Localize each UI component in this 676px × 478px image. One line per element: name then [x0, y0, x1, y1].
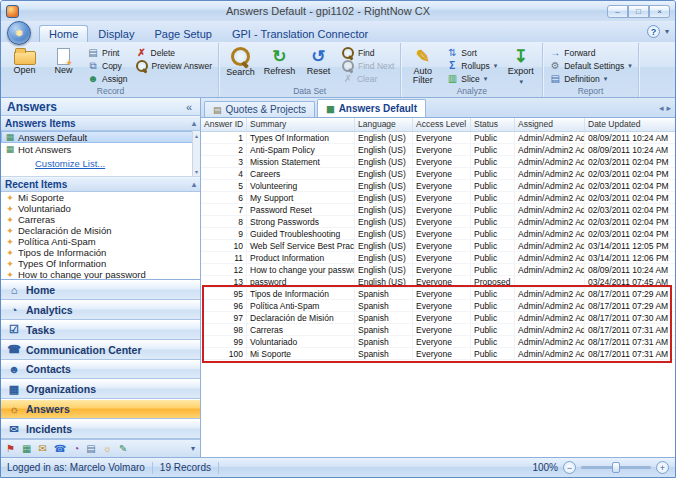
recent-items-header[interactable]: Recent Items ▴ [1, 177, 200, 192]
title-bar[interactable]: Answers Default - gpi1102 - RightNow CX … [1, 1, 675, 21]
table-row[interactable]: 99 Voluntariado Spanish Everyone Public … [201, 336, 675, 348]
scroll-up-icon[interactable]: ▴ [195, 132, 198, 139]
table-row[interactable]: 1 Types Of Information English (US) Ever… [201, 132, 675, 144]
recent-list-item[interactable]: ✦ Types Of Information [1, 258, 200, 269]
collapse-sidebar-button[interactable]: « [182, 101, 196, 113]
table-row[interactable]: 13 password English (US) Everyone Propos… [201, 276, 675, 288]
application-orb[interactable]: ✹ [7, 21, 31, 45]
print-button[interactable]: ▤ Print [84, 47, 131, 59]
customize-list-link[interactable]: Customize List... [1, 155, 200, 169]
minimize-button[interactable]: – [607, 5, 628, 18]
auto-filter-button[interactable]: ✎ Auto Filter [404, 44, 441, 86]
nav-item[interactable]: ◔ Analytics [1, 300, 200, 320]
forward-button[interactable]: → Forward [546, 47, 635, 59]
sort-button[interactable]: ⇅ Sort [443, 47, 500, 59]
table-row[interactable]: 8 Strong Passwords English (US) Everyone… [201, 216, 675, 228]
quick-access-icon[interactable]: ◔ [73, 443, 79, 454]
answers-list-item[interactable]: ▦ Hot Answers [1, 143, 200, 155]
recent-list-item[interactable]: ✦ Carreras [1, 214, 200, 225]
zoom-slider-thumb[interactable] [612, 462, 620, 473]
ribbon-tab[interactable]: Page Setup [144, 25, 222, 42]
column-header[interactable]: Status [471, 118, 515, 131]
table-row[interactable]: 2 Anti-Spam Policy English (US) Everyone… [201, 144, 675, 156]
table-row[interactable]: 100 Mi Soporte Spanish Everyone Public A… [201, 348, 675, 360]
ribbon-tab[interactable]: Display [88, 25, 144, 42]
quick-access-icon[interactable]: ▤ [86, 443, 95, 454]
column-header[interactable]: Assigned [515, 118, 585, 131]
delete-button[interactable]: ✗ Delete [133, 47, 215, 59]
default-settings-button[interactable]: ⚙ Default Settings ▾ [546, 60, 635, 72]
zoom-in-button[interactable]: + [656, 461, 669, 474]
assign-button[interactable]: ☻ Assign [84, 73, 131, 85]
help-icon[interactable]: ? [647, 25, 660, 38]
maximize-button[interactable]: □ [628, 5, 649, 18]
quick-access-icon[interactable]: ▦ [22, 443, 31, 454]
new-button[interactable]: New [45, 44, 82, 86]
answers-items-header[interactable]: Answers Items ▴ [1, 116, 200, 131]
document-tab[interactable]: ▤ Quotes & Projects [204, 101, 315, 117]
column-header[interactable]: Summary [247, 118, 355, 131]
table-row[interactable]: 97 Declaración de Misión Spanish Everyon… [201, 312, 675, 324]
close-button[interactable]: × [649, 5, 670, 18]
document-tab[interactable]: ▦ Answers Default [317, 99, 426, 117]
recent-list-item[interactable]: ✦ Tipos de Información [1, 247, 200, 258]
table-row[interactable]: 98 Carreras Spanish Everyone Public Admi… [201, 324, 675, 336]
slice-button[interactable]: ▥ Slice ▾ [443, 73, 500, 85]
rollups-button[interactable]: Σ Rollups ▾ [443, 60, 500, 72]
clear-button[interactable]: ✗ Clear [339, 73, 397, 85]
collapse-section-icon[interactable]: ▴ [192, 119, 196, 128]
zoom-slider[interactable] [581, 466, 651, 469]
table-row[interactable]: 4 Careers English (US) Everyone Public A… [201, 168, 675, 180]
quick-access-icon[interactable]: ☎ [54, 443, 66, 454]
table-row[interactable]: 6 My Support English (US) Everyone Publi… [201, 192, 675, 204]
quick-access-icon[interactable]: ☼ [103, 443, 112, 454]
table-row[interactable]: 11 Product Information English (US) Ever… [201, 252, 675, 264]
column-header[interactable]: Answer ID [201, 118, 247, 131]
column-header[interactable]: Date Updated [585, 118, 675, 131]
ribbon-tab[interactable]: GPI - Translation Connector [222, 25, 378, 42]
scrollbar[interactable]: ▴ ▾ [192, 131, 200, 176]
pager-right-icon[interactable]: ▸ [666, 103, 671, 113]
find-next-button[interactable]: Find Next [339, 60, 397, 72]
recent-list-item[interactable]: ✦ How to change your password [1, 269, 200, 279]
open-button[interactable]: Open [6, 44, 43, 86]
scroll-down-icon[interactable]: ▾ [195, 168, 198, 175]
copy-button[interactable]: ⧉ Copy [84, 60, 131, 72]
table-row[interactable]: 5 Volunteering English (US) Everyone Pub… [201, 180, 675, 192]
ribbon-tab[interactable]: Home [39, 25, 88, 42]
quick-access-icon[interactable]: ✉ [38, 443, 46, 454]
answers-list-item[interactable]: ▦ Answers Default [1, 131, 200, 143]
table-row[interactable]: 12 How to change your password English (… [201, 264, 675, 276]
search-button[interactable]: Search [222, 44, 259, 86]
chevron-down-icon[interactable]: ▾ [191, 444, 195, 453]
nav-item[interactable]: ☼ Answers [1, 399, 200, 419]
table-row[interactable]: 3 Mission Statement English (US) Everyon… [201, 156, 675, 168]
find-button[interactable]: Find [339, 47, 397, 59]
column-header[interactable]: Access Level [413, 118, 471, 131]
nav-item[interactable]: ☎ Communication Center [1, 340, 200, 360]
quick-access-icon[interactable]: ✎ [119, 443, 127, 454]
chevron-down-icon[interactable]: ▾ [665, 27, 669, 36]
preview-answer-button[interactable]: Preview Answer [133, 60, 215, 72]
reset-button[interactable]: ↺ Reset [300, 44, 337, 86]
export-button[interactable]: ↧ Export ▾ [502, 44, 539, 86]
nav-item[interactable]: ✉ Incidents [1, 419, 200, 439]
quick-access-icon[interactable]: ⚑ [6, 443, 15, 454]
nav-item[interactable]: ⌂ Home [1, 280, 200, 300]
zoom-out-button[interactable]: − [563, 461, 576, 474]
table-row[interactable]: 95 Tipos de Información Spanish Everyone… [201, 288, 675, 300]
column-header[interactable]: Language [355, 118, 413, 131]
recent-list-item[interactable]: ✦ Voluntariado [1, 203, 200, 214]
refresh-button[interactable]: ↻ Refresh [261, 44, 298, 86]
nav-item[interactable]: ☻ Contacts [1, 360, 200, 380]
definition-button[interactable]: ▤ Definition ▾ [546, 73, 635, 85]
nav-item[interactable]: ☑ Tasks [1, 320, 200, 340]
table-row[interactable]: 10 Web Self Service Best Practices Engli… [201, 240, 675, 252]
recent-list-item[interactable]: ✦ Política Anti-Spam [1, 236, 200, 247]
pager-left-icon[interactable]: ◂ [659, 103, 664, 113]
table-row[interactable]: 96 Política Anti-Spam Spanish Everyone P… [201, 300, 675, 312]
collapse-section-icon[interactable]: ▴ [192, 180, 196, 189]
table-row[interactable]: 9 Guided Troubleshooting English (US) Ev… [201, 228, 675, 240]
nav-item[interactable]: ▦ Organizations [1, 379, 200, 399]
recent-list-item[interactable]: ✦ Declaración de Misión [1, 225, 200, 236]
